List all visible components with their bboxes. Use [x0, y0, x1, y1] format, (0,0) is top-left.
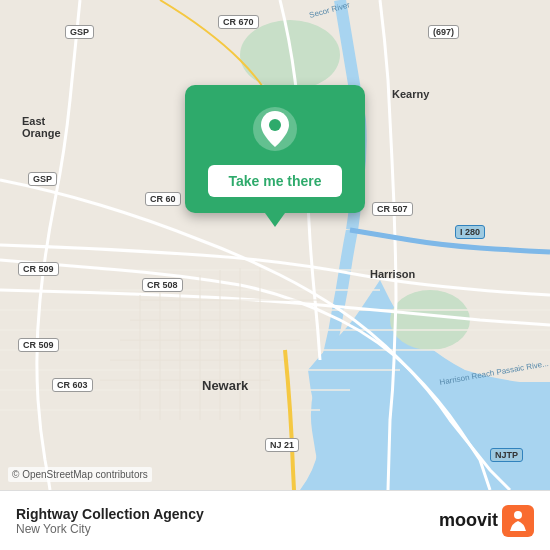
route-njtp: NJTP [490, 448, 523, 462]
moovit-icon [502, 505, 534, 537]
bottom-bar: Rightway Collection Agency New York City… [0, 490, 550, 550]
popup-card: Take me there [185, 85, 365, 213]
svg-point-2 [390, 290, 470, 350]
route-cr603: CR 603 [52, 378, 93, 392]
route-gsp-mid: GSP [28, 172, 57, 186]
moovit-logo: moovit [439, 505, 534, 537]
svg-point-28 [514, 511, 522, 519]
route-cr697: (697) [428, 25, 459, 39]
route-cr670: CR 670 [218, 15, 259, 29]
route-cr507: CR 507 [372, 202, 413, 216]
route-cr508: CR 508 [142, 278, 183, 292]
location-pin-icon [251, 105, 299, 153]
take-me-there-button[interactable]: Take me there [208, 165, 341, 197]
location-info: Rightway Collection Agency New York City [16, 506, 204, 536]
route-i280: I 280 [455, 225, 485, 239]
map-copyright: © OpenStreetMap contributors [8, 467, 152, 482]
route-cr509-top: CR 509 [18, 262, 59, 276]
location-city: New York City [16, 522, 204, 536]
route-cr509-bot: CR 509 [18, 338, 59, 352]
route-nj21: NJ 21 [265, 438, 299, 452]
route-cr60: CR 60 [145, 192, 181, 206]
moovit-text: moovit [439, 510, 498, 531]
svg-point-26 [269, 119, 281, 131]
route-gsp-top: GSP [65, 25, 94, 39]
location-name: Rightway Collection Agency [16, 506, 204, 522]
map-container: Harrison Reach Passaic Rive... Secor Riv… [0, 0, 550, 490]
